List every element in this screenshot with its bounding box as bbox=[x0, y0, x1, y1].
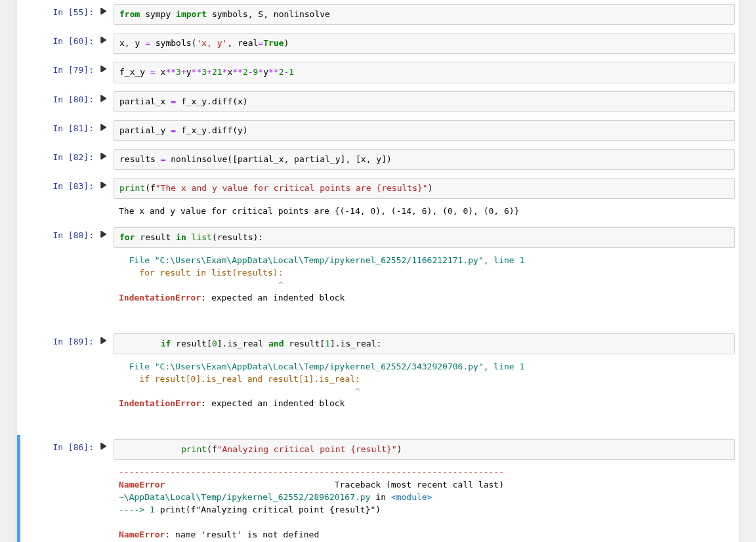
code-input[interactable]: partial_x = f_x_y.diff(x) bbox=[114, 91, 735, 112]
code-cell[interactable]: In [83]: print(f"The x and y value for c… bbox=[17, 174, 739, 223]
run-cell-icon[interactable] bbox=[100, 443, 110, 452]
input-prompt: In [80]: bbox=[18, 91, 100, 112]
input-prompt: In [86]: bbox=[22, 439, 100, 460]
run-cell-icon[interactable] bbox=[100, 153, 110, 162]
run-cell-icon[interactable] bbox=[100, 8, 110, 17]
stderr: File "C:\Users\Exam\AppData\Local\Temp/i… bbox=[114, 357, 735, 414]
code-cell[interactable]: In [82]: results = nonlinsolve([partial_… bbox=[17, 145, 739, 174]
run-cell-icon[interactable] bbox=[100, 95, 110, 104]
stderr: File "C:\Users\Exam\AppData\Local\Temp/i… bbox=[114, 251, 735, 308]
run-cell-icon[interactable] bbox=[100, 66, 110, 75]
code-cell[interactable]: In [55]: from sympy import symbols, S, n… bbox=[17, 0, 739, 29]
notebook-container: In [55]: from sympy import symbols, S, n… bbox=[17, 0, 739, 542]
stderr: ----------------------------------------… bbox=[114, 463, 735, 542]
run-cell-icon[interactable] bbox=[100, 231, 110, 240]
output-prompt bbox=[18, 201, 100, 222]
run-cell-icon[interactable] bbox=[100, 37, 110, 46]
input-prompt: In [82]: bbox=[18, 149, 100, 170]
code-cell[interactable]: In [88]: for result in list(results): Fi… bbox=[17, 223, 739, 310]
input-prompt: In [55]: bbox=[18, 4, 100, 25]
input-prompt: In [88]: bbox=[18, 227, 100, 248]
code-cell[interactable]: In [60]: x, y = symbols('x, y', real=Tru… bbox=[17, 29, 739, 58]
input-prompt: In [83]: bbox=[18, 178, 100, 199]
code-cell-selected[interactable]: In [86]: print(f"Analyzing critical poin… bbox=[17, 435, 739, 542]
run-cell-icon[interactable] bbox=[100, 337, 110, 346]
run-cell-icon[interactable] bbox=[100, 124, 110, 133]
code-input[interactable]: print(f"Analyzing critical point {result… bbox=[114, 439, 735, 460]
input-prompt: In [89]: bbox=[18, 333, 100, 354]
code-cell[interactable]: In [79]: f_x_y = x**3+y**3+21*x**2-9*y**… bbox=[17, 58, 739, 87]
input-prompt: In [79]: bbox=[18, 62, 100, 83]
code-input[interactable]: print(f"The x and y value for critical p… bbox=[114, 178, 735, 199]
code-input[interactable]: results = nonlinsolve([partial_x, partia… bbox=[114, 149, 735, 170]
code-cell[interactable]: In [80]: partial_x = f_x_y.diff(x) bbox=[17, 87, 739, 116]
input-prompt: In [81]: bbox=[18, 120, 100, 141]
code-cell[interactable]: In [81]: partial_y = f_x_y.diff(y) bbox=[17, 116, 739, 145]
input-prompt: In [60]: bbox=[18, 33, 100, 54]
output-prompt bbox=[18, 251, 100, 308]
code-cell[interactable]: In [89]: if result[0].is_real and result… bbox=[17, 329, 739, 416]
code-input[interactable]: partial_y = f_x_y.diff(y) bbox=[114, 120, 735, 141]
stdout: The x and y value for critical points ar… bbox=[114, 201, 735, 222]
output-prompt bbox=[18, 357, 100, 414]
code-input[interactable]: x, y = symbols('x, y', real=True) bbox=[114, 33, 735, 54]
output-prompt bbox=[22, 463, 100, 542]
code-input[interactable]: f_x_y = x**3+y**3+21*x**2-9*y**2-1 bbox=[114, 62, 735, 83]
run-cell-icon[interactable] bbox=[100, 182, 110, 191]
code-input[interactable]: for result in list(results): bbox=[114, 227, 735, 248]
code-input[interactable]: from sympy import symbols, S, nonlinsolv… bbox=[114, 4, 735, 25]
code-input[interactable]: if result[0].is_real and result[1].is_re… bbox=[114, 333, 735, 354]
